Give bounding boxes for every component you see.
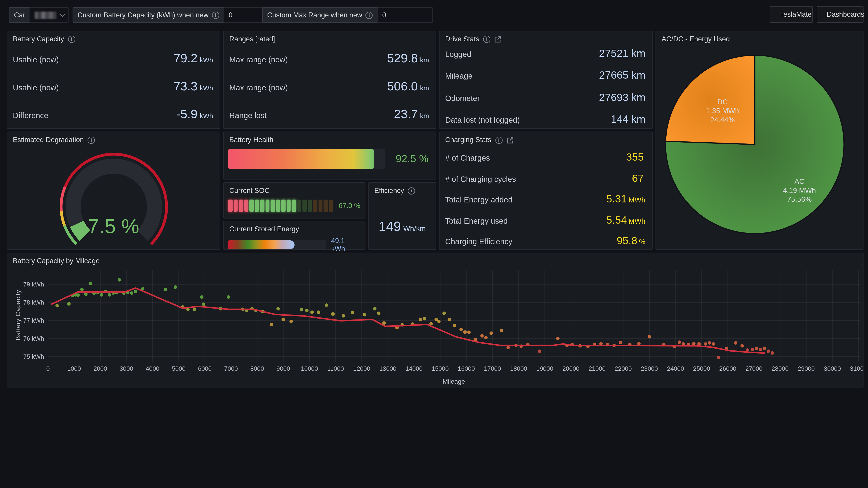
efficiency-panel-title[interactable]: Efficiency i: [374, 187, 415, 195]
scatter-point: [377, 312, 380, 315]
stat-value: 355: [626, 151, 644, 163]
charging-stats-panel-title[interactable]: Charging Stats i: [445, 136, 514, 144]
panel-title-text: Charging Stats: [445, 136, 491, 144]
x-tick-label: 24000: [667, 365, 684, 372]
stat-row: Charging Efficiency 95.8%: [445, 235, 645, 247]
scatter-point: [480, 334, 484, 337]
soc-segment: [255, 200, 259, 212]
ranges-panel-title[interactable]: Ranges [rated]: [229, 35, 275, 43]
scatter-point: [118, 278, 121, 282]
stat-value: 27665: [599, 69, 628, 81]
soc-segment: [286, 200, 291, 212]
stat-unit: kWh: [200, 84, 213, 92]
dashboards-button[interactable]: Dashboards: [817, 6, 864, 23]
scatter-point: [717, 356, 720, 359]
info-icon[interactable]: i: [212, 11, 219, 19]
scatter-point: [107, 293, 111, 296]
scatter-points: [55, 278, 774, 359]
stat-label: Max range (new): [229, 55, 288, 64]
scatter-point: [363, 313, 366, 316]
scatter-point: [193, 307, 196, 311]
scatter-point: [556, 337, 559, 340]
x-tick-label: 26000: [719, 365, 736, 372]
scatter-point: [538, 350, 541, 353]
stat-label: Total Energy used: [445, 216, 508, 225]
soc-segment: [260, 200, 264, 212]
soc-segment: [271, 200, 275, 212]
info-icon[interactable]: i: [408, 187, 415, 194]
x-tick-label: 20000: [562, 365, 579, 372]
stat-unit: km: [631, 91, 646, 103]
scatter-point: [771, 351, 774, 355]
scatter-point: [289, 320, 293, 323]
custom-max-range-label-text: Custom Max Range when new: [267, 11, 362, 19]
x-tick-label: 22000: [615, 365, 631, 372]
stat-row: Range lost 23.7km: [229, 107, 429, 122]
drive-stats-panel-title[interactable]: Drive Stats i: [445, 35, 502, 43]
soc-segment: [234, 200, 238, 212]
stat-unit: km: [631, 113, 646, 125]
info-icon[interactable]: i: [366, 11, 373, 19]
scatter-point: [200, 295, 204, 299]
stat-label: Odometer: [445, 94, 480, 102]
stat-value: 529.8: [387, 51, 418, 65]
scatter-point: [325, 303, 328, 307]
stat-label: Charging Efficiency: [445, 237, 512, 246]
info-icon[interactable]: i: [495, 136, 502, 143]
stored-energy-bar-track: [228, 240, 326, 249]
x-tick-label: 11000: [327, 365, 344, 372]
current-soc-panel-title[interactable]: Current SOC: [229, 187, 270, 195]
scatter-point: [692, 342, 695, 345]
scatter-point: [202, 302, 205, 306]
battery-capacity-chart-panel: Battery Capacity by Mileage 75 kWh76 kWh…: [7, 253, 864, 387]
stat-label: Logged: [445, 50, 471, 59]
stat-unit: kWh: [200, 56, 213, 64]
scatter-point: [300, 308, 303, 311]
battery-health-bar-fill: [228, 149, 374, 169]
external-link-icon[interactable]: [494, 35, 502, 43]
panel-title-text: Current Stored Energy: [229, 225, 299, 233]
stat-value: 144: [611, 113, 628, 125]
pie-slice-dc: [665, 55, 755, 144]
battery-health-panel-title[interactable]: Battery Health: [229, 136, 274, 144]
scatter-point: [164, 288, 167, 291]
stat-label: Mileage: [445, 72, 472, 80]
panel-title-text: Drive Stats: [445, 35, 479, 43]
scatter-point: [437, 320, 440, 323]
teslamate-button[interactable]: TeslaMate: [770, 6, 813, 23]
scatter-point: [227, 295, 230, 299]
info-icon[interactable]: i: [68, 35, 75, 43]
soc-segment: [276, 200, 280, 212]
x-tick-label: 3000: [120, 365, 133, 372]
car-select[interactable]: [30, 7, 69, 23]
custom-max-range-input[interactable]: 0: [377, 7, 433, 23]
battery-health-bar-track: [228, 149, 385, 169]
scatter-point: [459, 328, 463, 331]
x-tick-label: 2000: [93, 365, 107, 372]
stat-label: Max range (now): [229, 83, 288, 92]
drive-stats-panel: Drive Stats i Logged 27521km Mileage 276…: [439, 31, 653, 129]
chevron-down-icon: [60, 11, 65, 17]
x-tick-label: 1000: [67, 365, 81, 372]
stat-label: Usable (new): [13, 55, 59, 64]
battery-capacity-chart[interactable]: 75 kWh76 kWh77 kWh78 kWh79 kWh0100020003…: [7, 253, 864, 387]
efficiency-panel: Efficiency i 149Wh/km: [368, 182, 436, 250]
scatter-point: [767, 350, 770, 353]
stat-row: Usable (now) 73.3kWh: [13, 79, 213, 94]
scatter-point: [89, 282, 92, 285]
scatter-point: [331, 312, 335, 316]
x-tick-label: 12000: [353, 365, 370, 372]
scatter-point: [755, 347, 758, 350]
info-icon[interactable]: i: [483, 35, 491, 43]
panel-title-text: Battery Capacity: [13, 35, 64, 43]
stat-label: Data lost (not logged): [445, 116, 520, 124]
scatter-point: [500, 329, 503, 332]
dashboards-button-label: Dashboards: [827, 11, 864, 19]
x-tick-label: 8000: [250, 365, 264, 372]
x-tick-label: 30000: [824, 365, 841, 372]
battery-capacity-panel-title[interactable]: Battery Capacity i: [13, 35, 75, 43]
current-stored-energy-panel-title[interactable]: Current Stored Energy: [229, 225, 299, 233]
stat-row: Max range (now) 506.0km: [229, 79, 429, 94]
external-link-icon[interactable]: [506, 136, 514, 143]
soc-segment: [228, 200, 232, 212]
